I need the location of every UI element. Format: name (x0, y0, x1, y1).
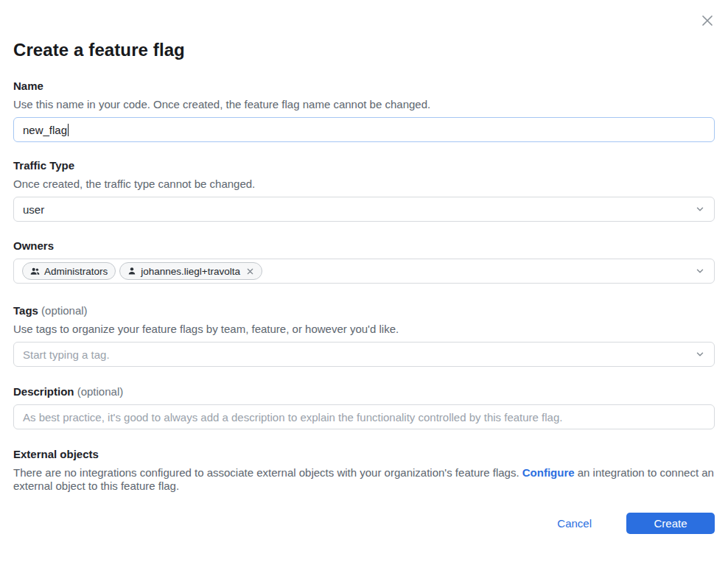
external-objects-label: External objects (13, 448, 99, 460)
tags-helper-text: Use tags to organize your feature flags … (13, 323, 715, 335)
remove-owner-icon[interactable] (246, 267, 254, 275)
description-field-group: Description (optional) As best practice,… (13, 385, 715, 429)
owner-chip-administrators[interactable]: Administrators (22, 262, 116, 280)
name-helper-text: Use this name in your code. Once created… (13, 98, 715, 110)
modal-footer: Cancel Create (557, 513, 715, 534)
modal-title: Create a feature flag (13, 40, 715, 60)
owner-chip-label: Administrators (44, 266, 108, 277)
description-optional-label: (optional) (77, 385, 124, 398)
configure-link[interactable]: Configure (522, 466, 575, 479)
close-button[interactable] (698, 12, 717, 31)
chevron-down-icon (695, 266, 705, 276)
chevron-down-icon (695, 349, 705, 359)
create-feature-flag-modal: Create a feature flag Name Use this name… (0, 40, 728, 493)
tags-input[interactable]: Start typing a tag. (13, 342, 715, 367)
name-input-value: new_flag (23, 124, 67, 136)
owner-chip-user[interactable]: johannes.liegl+travolta (119, 262, 262, 280)
traffic-type-select[interactable]: user (13, 197, 715, 222)
group-icon (30, 267, 40, 276)
external-objects-text-before: There are no integrations configured to … (13, 466, 522, 479)
owners-label: Owners (13, 239, 54, 252)
external-objects-section: External objects There are no integratio… (13, 448, 715, 493)
owner-chip-label: johannes.liegl+travolta (141, 266, 240, 277)
description-input[interactable]: As best practice, it's good to always ad… (13, 404, 715, 429)
text-cursor (68, 124, 69, 136)
name-label: Name (13, 80, 43, 92)
chevron-down-icon (695, 204, 705, 214)
close-icon (699, 13, 715, 31)
name-input[interactable]: new_flag (13, 117, 715, 142)
description-placeholder: As best practice, it's good to always ad… (23, 411, 562, 424)
traffic-type-label: Traffic Type (13, 159, 74, 172)
tags-placeholder: Start typing a tag. (23, 348, 110, 361)
description-label: Description (13, 385, 74, 398)
name-field-group: Name Use this name in your code. Once cr… (13, 80, 715, 142)
user-icon (127, 267, 136, 275)
owners-field-group: Owners Administrators (13, 239, 715, 284)
tags-label: Tags (13, 304, 38, 317)
tags-optional-label: (optional) (41, 304, 88, 317)
create-button[interactable]: Create (626, 513, 715, 534)
owners-select[interactable]: Administrators johannes.liegl+travolta (13, 259, 715, 284)
tags-field-group: Tags (optional) Use tags to organize you… (13, 304, 715, 367)
traffic-type-field-group: Traffic Type Once created, the traffic t… (13, 159, 715, 222)
traffic-type-selected-value: user (23, 203, 44, 216)
traffic-type-helper-text: Once created, the traffic type cannot be… (13, 178, 715, 190)
external-objects-text: There are no integrations configured to … (13, 466, 715, 493)
cancel-button[interactable]: Cancel (557, 517, 592, 530)
